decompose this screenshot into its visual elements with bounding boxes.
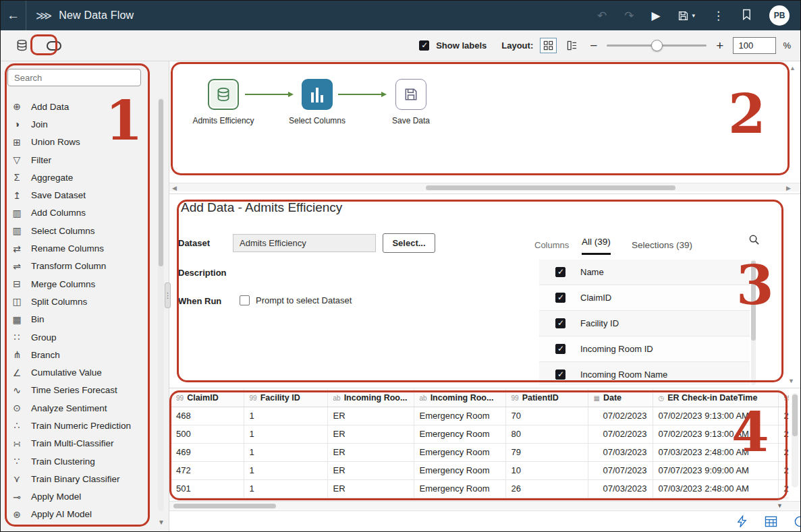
column-header-claimid[interactable]: 99ClaimID — [171, 389, 244, 407]
scroll-left-icon[interactable]: ◀ — [172, 185, 177, 191]
panel-splitter-handle[interactable]: ⋮ — [165, 283, 171, 308]
sidebar-item-join[interactable]: ◑Join — [1, 115, 154, 133]
sidebar-item-bin[interactable]: ▦Bin — [1, 311, 154, 328]
table-hscrollbar-thumb[interactable] — [173, 504, 276, 508]
column-row-incoming-room-name[interactable]: Incoming Room Name — [539, 362, 750, 385]
select-columns-icon: ▥ — [10, 225, 24, 236]
sidebar-item-apply-ai-model[interactable]: ⊛Apply AI Model — [1, 506, 154, 523]
select-dataset-button[interactable]: Select... — [383, 233, 435, 253]
column-checkbox[interactable] — [555, 267, 565, 277]
table-vscrollbar-thumb[interactable] — [792, 394, 798, 436]
scroll-right-icon[interactable]: ▶ — [786, 185, 791, 191]
dataflow-canvas[interactable]: Admits Efficiency Select Columns Save Da… — [169, 61, 800, 183]
column-header-incoming-room-id[interactable]: abIncoming Roo... — [327, 389, 414, 407]
table-row: 5011EREmergency Room2607/03/202307/03/20… — [171, 479, 789, 498]
sidebar-item-train-clustering[interactable]: ∵Train Clustering — [1, 452, 154, 470]
sidebar-scrollbar-thumb[interactable] — [159, 99, 163, 266]
run-dataflow-icon[interactable]: ▶ — [651, 10, 660, 22]
sidebar-item-train-numeric-prediction[interactable]: ∴Train Numeric Prediction — [1, 417, 154, 434]
table-scroll-down-icon[interactable]: ▼ — [777, 502, 783, 509]
save-button[interactable]: ▾ — [678, 10, 695, 22]
column-row-name[interactable]: Name — [539, 260, 750, 285]
back-button[interactable]: ← — [1, 1, 26, 30]
sidebar-item-select-columns[interactable]: ▥Select Columns — [1, 222, 154, 239]
column-row-claimid[interactable]: ClaimID — [539, 285, 750, 311]
layout-grid-button[interactable] — [540, 38, 557, 53]
zoom-percent-input[interactable] — [733, 37, 776, 54]
prompt-dataset-checkbox[interactable] — [240, 295, 250, 305]
zoom-slider[interactable] — [607, 40, 707, 51]
sidebar-item-union-rows[interactable]: ⊞Union Rows — [1, 134, 154, 151]
sidebar-scroll-down-icon[interactable]: ▼ — [158, 519, 165, 526]
column-checkbox[interactable] — [555, 293, 565, 303]
column-header-patientid[interactable]: 99PatientID — [505, 389, 588, 407]
show-labels-checkbox[interactable] — [419, 40, 429, 51]
table-hscrollbar[interactable]: ▼ — [169, 501, 800, 510]
column-checkbox[interactable] — [555, 370, 565, 380]
sidebar-item-branch[interactable]: ⋔Branch — [1, 346, 154, 363]
sidebar-item-save-dataset[interactable]: ↥Save Dataset — [1, 186, 154, 204]
prompt-dataset-option[interactable]: Prompt to select Dataset — [240, 295, 352, 305]
column-header-facility-id[interactable]: 99Facility ID — [244, 389, 327, 407]
table-vscrollbar[interactable] — [792, 393, 798, 487]
show-labels-label: Show labels — [436, 40, 487, 51]
refresh-data-icon[interactable] — [736, 515, 748, 528]
node-select-columns[interactable]: Select Columns — [277, 79, 358, 125]
panel-scroll-down-icon[interactable]: ▼ — [788, 378, 794, 384]
column-header-date[interactable]: ▦Date — [588, 389, 653, 407]
zoom-slider-thumb[interactable] — [651, 40, 663, 51]
columns-search-icon[interactable] — [748, 234, 760, 248]
sidebar-item-aggregate[interactable]: ΣAggregate — [1, 169, 154, 186]
redo-icon[interactable]: ↷ — [624, 10, 634, 22]
undo-icon[interactable]: ↶ — [597, 10, 607, 22]
column-checkbox[interactable] — [555, 344, 565, 354]
sidebar-item-train-multi-classifier[interactable]: ∺Train Multi-Classifier — [1, 435, 154, 452]
dataflow-view-icon[interactable] — [45, 37, 63, 55]
sidebar-item-add-columns[interactable]: ▥Add Columns — [1, 204, 154, 222]
table-cell: Emergency Room — [414, 479, 505, 498]
sidebar-scrollbar[interactable] — [158, 98, 164, 511]
sidebar-item-merge-columns[interactable]: ⊟Merge Columns — [1, 275, 154, 293]
column-header-er-checkin[interactable]: ◷ER Check-in DateTime — [653, 389, 778, 407]
bin-icon: ▦ — [10, 314, 24, 325]
column-header-partial[interactable]: 99 — [778, 389, 789, 407]
avatar[interactable]: PB — [769, 5, 790, 26]
table-cell: 1 — [244, 425, 327, 443]
tab-all-columns[interactable]: All (39) — [582, 237, 611, 255]
sidebar-item-apply-model[interactable]: ⊸Apply Model — [1, 488, 154, 506]
columns-scrollbar[interactable] — [751, 260, 756, 385]
columns-scrollbar-thumb[interactable] — [751, 261, 756, 341]
search-input[interactable] — [7, 69, 141, 86]
node-admits-efficiency[interactable]: Admits Efficiency — [183, 79, 264, 125]
canvas-hscrollbar[interactable]: ◀ ▶ — [169, 183, 800, 191]
chart-view-icon[interactable] — [794, 515, 800, 528]
tab-selections[interactable]: Selections (39) — [632, 240, 692, 250]
sidebar-item-rename-columns[interactable]: ⇄Rename Columns — [1, 239, 154, 257]
table-view-icon[interactable] — [765, 516, 777, 527]
kebab-menu-icon[interactable]: ⋮ — [713, 10, 724, 22]
main-area: Admits Efficiency Select Columns Save Da… — [169, 61, 800, 531]
sidebar-item-split-columns[interactable]: ◫Split Columns — [1, 293, 154, 310]
column-checkbox[interactable] — [555, 318, 565, 328]
column-header-incoming-room-name[interactable]: abIncoming Roo... — [414, 389, 505, 407]
sidebar-item-group[interactable]: ∷Group — [1, 328, 154, 346]
sidebar-item-transform-column[interactable]: ⇌Transform Column — [1, 258, 154, 275]
node-save-data[interactable]: Save Data — [370, 79, 451, 125]
sidebar-item-cumulative-value[interactable]: ∠Cumulative Value — [1, 363, 154, 381]
column-row-facility-id[interactable]: Facility ID — [539, 311, 750, 336]
canvas-hscrollbar-thumb[interactable] — [426, 185, 675, 190]
dataset-name-field[interactable]: Admits Efficiency — [233, 234, 376, 252]
sidebar-item-add-data[interactable]: ⊕Add Data — [1, 98, 154, 115]
sidebar-item-train-binary-classifier[interactable]: ⋎Train Binary Classifier — [1, 470, 154, 487]
column-row-incoming-room-id[interactable]: Incoming Room ID — [539, 336, 750, 362]
columns-checklist: Name ClaimID Facility ID Incoming Room I… — [539, 260, 750, 385]
sidebar-item-filter[interactable]: ▽Filter — [1, 151, 154, 169]
bookmark-icon[interactable] — [742, 9, 752, 22]
zoom-out-button[interactable]: − — [587, 38, 600, 53]
zoom-in-button[interactable]: + — [713, 38, 726, 53]
data-view-icon[interactable] — [13, 37, 30, 55]
layout-list-button[interactable] — [563, 38, 580, 53]
sidebar-item-time-series-forecast[interactable]: ∿Time Series Forecast — [1, 382, 154, 399]
canvas-scroll-up-icon[interactable]: ▲ — [790, 65, 796, 71]
sidebar-item-analyze-sentiment[interactable]: ⊙Analyze Sentiment — [1, 399, 154, 417]
